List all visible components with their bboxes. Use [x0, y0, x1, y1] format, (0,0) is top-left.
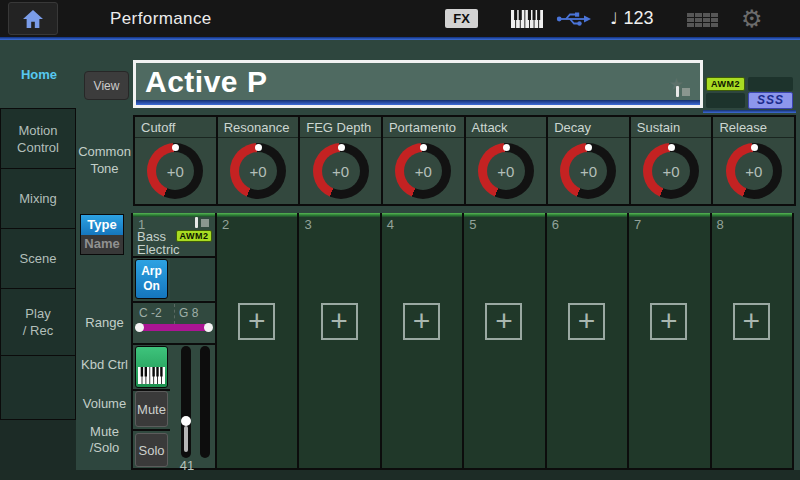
knob-cell-decay: Decay +0: [546, 117, 629, 204]
solo-button[interactable]: Solo: [135, 433, 168, 467]
portamento-knob[interactable]: +0: [395, 143, 451, 199]
tab-label: / Rec: [23, 322, 53, 339]
sidebar-tab-scene[interactable]: Scene: [0, 228, 76, 289]
range-row-label: Range: [76, 315, 133, 330]
knob-pointer: [503, 144, 510, 151]
volume-handle[interactable]: [181, 416, 191, 426]
add-part-button[interactable]: +: [403, 303, 440, 340]
fx-indicator[interactable]: FX: [445, 9, 478, 28]
parts-strip: 1 Bass AWM2 Electric Arp On C -2 G 8: [131, 213, 794, 470]
piano-keys-icon: [138, 367, 165, 384]
knob-cell-resonance: Resonance +0: [216, 117, 299, 204]
part-number: 5: [469, 217, 476, 232]
knob-value: +0: [569, 152, 607, 190]
knob-cell-feg-depth: FEG Depth +0: [298, 117, 381, 204]
tab-label: Home: [21, 66, 57, 83]
part-7-slot: 7 +: [627, 213, 709, 468]
range-high-note[interactable]: G 8: [179, 306, 198, 320]
kbd-ctrl-row-label: Kbd Ctrl: [76, 357, 133, 372]
level-meter: [200, 346, 210, 458]
arp-row-background: [170, 258, 215, 300]
tempo-display[interactable]: ♩ 123: [610, 0, 654, 37]
add-part-button[interactable]: +: [238, 303, 275, 340]
kbd-ctrl-button[interactable]: [135, 346, 168, 388]
knob-pointer: [338, 144, 345, 151]
name-button[interactable]: Name: [81, 235, 123, 254]
keyboard-icon[interactable]: [511, 10, 543, 28]
volume-value: 41: [175, 458, 199, 473]
knob-pointer: [751, 144, 758, 151]
sss-badge: SSS: [748, 92, 793, 109]
knob-value: +0: [735, 152, 773, 190]
knob-label: Attack: [466, 117, 547, 138]
cutoff-knob[interactable]: +0: [147, 143, 203, 199]
performance-home-screen: Performance FX: [0, 0, 800, 480]
part-8-slot: 8 +: [710, 213, 792, 468]
resonance-knob[interactable]: +0: [230, 143, 286, 199]
add-part-button[interactable]: +: [485, 303, 522, 340]
utility-gear-icon[interactable]: ⚙: [741, 4, 763, 34]
badge-underline: [703, 110, 796, 113]
home-button[interactable]: [8, 2, 58, 35]
note-range-slider[interactable]: [137, 324, 211, 331]
decay-knob[interactable]: +0: [560, 143, 616, 199]
range-handle-high[interactable]: [204, 323, 213, 332]
add-part-button[interactable]: +: [733, 303, 770, 340]
title-underline: [136, 100, 700, 105]
mute-solo-row-label: Mute /Solo: [76, 424, 133, 456]
range-divider: [174, 304, 175, 324]
sidebar-tab-play-rec[interactable]: Play / Rec: [0, 288, 76, 356]
arp-on-button[interactable]: Arp On: [135, 259, 168, 299]
part-number: 4: [387, 217, 394, 232]
sustain-knob[interactable]: +0: [643, 143, 699, 199]
knob-label: Resonance: [218, 117, 299, 138]
range-handle-low[interactable]: [135, 323, 144, 332]
tab-label: Mixing: [19, 190, 57, 207]
tab-label: Motion: [18, 122, 57, 139]
knob-cell-cutoff: Cutoff +0: [135, 117, 216, 204]
knob-value: +0: [404, 152, 442, 190]
knob-value: +0: [239, 152, 277, 190]
quarter-note-icon: ♩: [610, 9, 618, 28]
attack-knob[interactable]: +0: [478, 143, 534, 199]
add-part-button[interactable]: +: [568, 303, 605, 340]
tab-label: Control: [17, 139, 59, 156]
quick-setup-grid-icon[interactable]: [687, 13, 718, 27]
volume-row-label: Volume: [76, 396, 133, 411]
feg-depth-knob[interactable]: +0: [313, 143, 369, 199]
tempo-value: 123: [624, 8, 654, 29]
knob-cell-attack: Attack +0: [464, 117, 547, 204]
volume-slider[interactable]: [181, 346, 191, 458]
performance-name-box[interactable]: Active P ★: [133, 60, 703, 108]
type-button[interactable]: Type: [81, 215, 123, 235]
part-2-slot: 2 +: [215, 213, 297, 468]
mute-button[interactable]: Mute: [135, 391, 168, 427]
performance-name: Active P: [145, 65, 267, 99]
common-tone-label: Common Tone: [76, 143, 133, 177]
add-part-button[interactable]: +: [321, 303, 358, 340]
part-3-slot: 3 +: [297, 213, 379, 468]
screen-title: Performance: [110, 0, 212, 37]
knob-label: FEG Depth: [300, 117, 381, 138]
release-knob[interactable]: +0: [726, 143, 782, 199]
usb-icon[interactable]: [556, 11, 592, 27]
knob-value: +0: [322, 152, 360, 190]
volume-fill: [184, 426, 188, 452]
type-name-selector: Type Name: [80, 214, 124, 255]
part-1-slot[interactable]: 1 Bass AWM2 Electric Arp On C -2 G 8: [133, 213, 215, 468]
range-low-note[interactable]: C -2: [139, 306, 162, 320]
knob-label: Cutoff: [135, 117, 216, 138]
part-number: 2: [222, 217, 229, 232]
top-status-bar: Performance FX: [0, 0, 800, 37]
knob-label: Portamento: [383, 117, 464, 138]
knob-pointer: [255, 144, 262, 151]
sidebar-tab-home[interactable]: Home: [0, 40, 78, 108]
view-button[interactable]: View: [84, 71, 129, 100]
knob-label: Decay: [548, 117, 629, 138]
badge-slot-empty: [748, 77, 793, 91]
add-part-button[interactable]: +: [650, 303, 687, 340]
part-number: 8: [717, 217, 724, 232]
slot-indicator-icon: [195, 217, 211, 228]
sidebar-tab-mixing[interactable]: Mixing: [0, 168, 76, 229]
sidebar-tab-motion-control[interactable]: Motion Control: [0, 108, 76, 169]
